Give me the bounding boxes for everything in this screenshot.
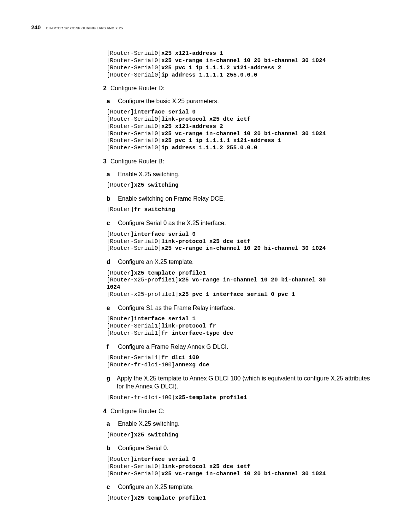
code-line: [Router-Serial0]link-protocol x25 dce ie… [107, 463, 377, 471]
code-line: [Router-Serial0]ip address 1.1.1.1 255.0… [107, 72, 377, 79]
code-command: interface serial 0 [134, 456, 196, 463]
lettered-substep: cConfigure an X.25 template. [107, 483, 377, 491]
code-line: [Router]interface serial 0 [107, 231, 377, 238]
substep-text: Enable X.25 switching. [118, 420, 180, 428]
step-text: Configure Router C: [110, 407, 164, 415]
code-line: [Router]x25 switching [107, 432, 377, 439]
code-command: x25 pvc 1 ip 1.1.1.1 x121-address 1 [161, 137, 281, 144]
substep-text: Configure Serial 0. [118, 444, 169, 452]
step-text: Configure Router D: [110, 84, 164, 93]
code-line: [Router-Serial0]x25 vc-range in-channel … [107, 245, 377, 252]
code-line: [Router-Serial0]x25 vc-range in-channel … [107, 471, 377, 478]
code-block: [Router]interface serial 0[Router-Serial… [107, 109, 377, 152]
code-block: [Router]x25 switching [107, 432, 377, 439]
code-prompt: [Router] [107, 495, 134, 502]
lettered-substep: aEnable X.25 switching. [107, 170, 377, 179]
substep-letter: d [107, 258, 113, 266]
step-number: 4 [100, 407, 107, 415]
code-block: [Router]interface serial 0[Router-Serial… [107, 456, 377, 478]
code-prompt: [Router-Serial0] [107, 145, 161, 151]
numbered-step: 4Configure Router C: [100, 407, 377, 415]
code-prompt: [Router-Serial0] [107, 245, 161, 252]
code-prompt: [Router-Serial1] [107, 330, 161, 337]
code-command: fr switching [134, 206, 175, 213]
code-block: [Router]x25 switching [107, 182, 377, 189]
lettered-substep: dConfigure an X.25 template. [107, 258, 377, 266]
code-line: [Router-Serial0]x25 vc-range in-channel … [107, 58, 377, 65]
code-line: [Router-fr-dlci-100]annexg dce [107, 362, 377, 369]
code-command: link-protocol fr [161, 323, 216, 329]
code-command: x25 switching [134, 182, 178, 189]
body-content: [Router-Serial0]x25 x121-address 1[Route… [107, 50, 377, 502]
substep-letter: c [107, 219, 113, 227]
code-prompt: [Router-Serial1] [107, 323, 161, 329]
substep-letter: g [107, 374, 112, 383]
lettered-substep: bEnable switching on Frame Relay DCE. [107, 195, 377, 203]
code-command: x25 vc-range in-channel 10 20 bi-channel… [161, 245, 326, 252]
code-prompt: [Router-Serial0] [107, 463, 161, 470]
code-line: [Router]interface serial 0 [107, 456, 377, 463]
code-line: [Router]fr switching [107, 206, 377, 214]
code-line: [Router]x25 template profile1 [107, 270, 377, 277]
code-block: [Router]fr switching [107, 206, 377, 214]
code-line: [Router-Serial0]x25 x121-address 2 [107, 123, 377, 131]
substep-letter: e [107, 304, 113, 312]
code-prompt: [Router-Serial0] [107, 50, 161, 57]
code-command: ip address 1.1.1.2 255.0.0.0 [161, 145, 257, 151]
code-command: link-protocol x25 dte ietf [161, 116, 250, 123]
lettered-substep: eConfigure S1 as the Frame Relay interfa… [107, 304, 377, 312]
code-line: [Router-Serial0]link-protocol x25 dce ie… [107, 238, 377, 246]
code-prompt: [Router-Serial0] [107, 238, 161, 245]
substep-letter: f [107, 343, 113, 351]
code-command: interface serial 0 [134, 231, 196, 238]
code-command: x25-template profile1 [175, 395, 247, 401]
code-prompt: [Router-Serial0] [107, 65, 161, 71]
code-prompt: [Router-Serial0] [107, 72, 161, 78]
code-command: interface serial 0 [134, 109, 196, 115]
code-line: [Router-Serial0]x25 vc-range in-channel … [107, 131, 377, 138]
code-line: [Router-Serial1]link-protocol fr [107, 323, 377, 330]
code-line: [Router-Serial0]ip address 1.1.1.2 255.0… [107, 145, 377, 152]
code-prompt: [Router-Serial0] [107, 471, 161, 477]
step-number: 3 [100, 157, 107, 166]
code-block: [Router]x25 template profile1[Router-x25… [107, 270, 377, 299]
lettered-substep: gApply the X.25 template to Annex G DLCI… [107, 374, 377, 391]
code-command: x25 x121-address 1 [161, 50, 223, 57]
code-command: x25 pvc 1 ip 1.1.1.2 x121-address 2 [161, 65, 281, 71]
code-line: [Router-Serial1]fr dlci 100 [107, 355, 377, 362]
code-line: [Router-x25-profile1]x25 vc-range in-cha… [107, 277, 377, 284]
code-command: fr interface-type dce [161, 330, 233, 337]
code-command: ip address 1.1.1.1 255.0.0.0 [161, 72, 257, 78]
code-command: link-protocol x25 dce ietf [161, 238, 250, 245]
code-command: x25 template profile1 [134, 270, 206, 276]
substep-letter: a [107, 420, 113, 428]
running-head: 240 CHAPTER 16: CONFIGURING LAPB AND X.2… [31, 24, 377, 31]
page-number: 240 [31, 24, 41, 31]
code-prompt: [Router-Serial0] [107, 131, 161, 137]
step-text: Configure Router B: [110, 157, 164, 166]
code-command: x25 pvc 1 interface serial 0 pvc 1 [178, 291, 295, 298]
lettered-substep: aConfigure the basic X.25 parameters. [107, 97, 377, 105]
code-prompt: [Router-Serial0] [107, 123, 161, 130]
lettered-substep: aEnable X.25 switching. [107, 420, 377, 428]
code-prompt: [Router] [107, 456, 134, 463]
code-command: annexg dce [175, 362, 209, 368]
code-prompt: [Router-Serial1] [107, 355, 161, 361]
code-command: fr dlci 100 [161, 355, 199, 361]
numbered-step: 3Configure Router B: [100, 157, 377, 166]
code-block: [Router]interface serial 0[Router-Serial… [107, 231, 377, 252]
chapter-label: CHAPTER 16: CONFIGURING LAPB AND X.25 [46, 24, 123, 31]
code-prompt: [Router-x25-profile1] [107, 291, 178, 298]
code-command: x25 template profile1 [134, 495, 206, 502]
substep-text: Apply the X.25 template to Annex G DLCI … [117, 374, 377, 391]
substep-text: Configure a Frame Relay Annex G DLCI. [118, 343, 228, 351]
code-command: x25 switching [134, 432, 178, 438]
code-prompt: [Router-Serial0] [107, 58, 161, 64]
code-command: x25 vc-range in-channel 10 20 bi-channel… [178, 277, 329, 283]
code-prompt: [Router] [107, 182, 134, 189]
code-prompt: [Router-Serial0] [107, 137, 161, 144]
lettered-substep: cConfigure Serial 0 as the X.25 interfac… [107, 219, 377, 227]
code-prompt: [Router-fr-dlci-100] [107, 362, 175, 368]
code-prompt: [Router] [107, 316, 134, 322]
code-prompt: [Router-x25-profile1] [107, 277, 178, 283]
